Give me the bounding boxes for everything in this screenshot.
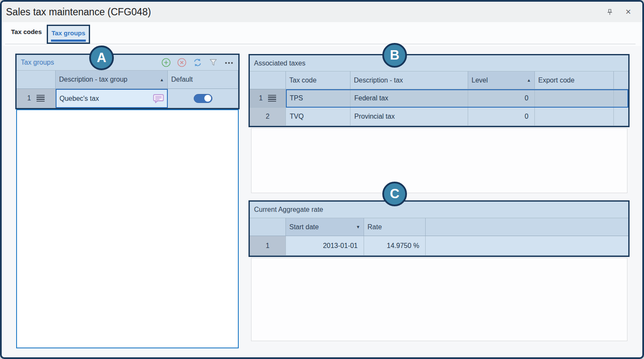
column-label: Tax code xyxy=(289,77,316,84)
close-icon[interactable]: × xyxy=(623,6,634,17)
export-code-cell[interactable] xyxy=(535,108,614,126)
column-header-filler xyxy=(426,218,628,236)
tax-groups-empty-grid-area xyxy=(16,109,239,348)
tab-tax-groups[interactable]: Tax groups xyxy=(48,29,89,37)
default-cell xyxy=(168,89,238,108)
tax-groups-row-1: 1 Quebec's tax xyxy=(17,89,238,108)
row-number-cell[interactable]: 2 xyxy=(250,108,286,126)
associated-taxes-empty-grid-area xyxy=(251,128,627,193)
column-header-tax-code[interactable]: Tax code xyxy=(286,71,350,89)
add-row-button[interactable] xyxy=(161,57,171,68)
tax-code-cell[interactable]: TVQ xyxy=(286,108,350,126)
associated-taxes-column-headers: Tax code Description - tax Level ▲ Expor… xyxy=(250,71,628,89)
x-circle-icon xyxy=(177,57,187,68)
associated-taxes-row-1: 1 TPS Federal tax 0 xyxy=(250,89,628,108)
column-header-rownum[interactable] xyxy=(250,218,286,236)
more-options-button[interactable] xyxy=(224,57,234,68)
delete-row-button[interactable] xyxy=(177,57,187,68)
active-tab-underline xyxy=(51,40,86,42)
column-header-rownum[interactable] xyxy=(17,70,56,89)
filter-button[interactable] xyxy=(208,57,218,68)
tab-strip: Tax codes Tax groups xyxy=(2,22,642,46)
tax-groups-toolbar xyxy=(161,57,234,68)
associated-taxes-header: Associated taxes xyxy=(250,55,628,71)
row-number: 2 xyxy=(266,113,270,120)
refresh-button[interactable] xyxy=(192,57,203,68)
column-label: Level xyxy=(472,77,488,84)
column-header-description-tax[interactable]: Description - tax xyxy=(350,71,468,89)
column-label: Rate xyxy=(367,223,382,231)
tax-groups-title: Tax groups xyxy=(21,59,54,66)
current-aggregate-rate-empty-grid-area xyxy=(251,258,627,341)
current-aggregate-rate-row-1: 1 2013-01-01 14.9750 % xyxy=(250,236,628,256)
drag-handle-icon[interactable] xyxy=(268,95,276,102)
rate-cell[interactable]: 14.9750 % xyxy=(364,236,426,256)
sort-asc-icon: ▲ xyxy=(527,78,531,83)
column-header-default[interactable]: Default xyxy=(168,70,238,89)
title-bar: Sales tax maintenance (CFG048) × xyxy=(2,2,642,22)
column-label: Default xyxy=(171,76,193,83)
comment-icon[interactable] xyxy=(153,94,164,103)
refresh-icon xyxy=(192,57,203,68)
default-toggle-on[interactable] xyxy=(194,94,212,103)
level-cell[interactable]: 0 xyxy=(468,108,535,126)
panel-tax-groups: Tax groups xyxy=(15,54,240,109)
description-tax-group-cell[interactable]: Quebec's tax xyxy=(56,89,168,108)
current-aggregate-rate-column-headers: Start date ▼ Rate xyxy=(250,218,628,236)
column-header-rate[interactable]: Rate xyxy=(364,218,426,236)
current-aggregate-rate-header: Current Aggregate rate xyxy=(250,202,628,218)
annotation-badge-c: C xyxy=(382,182,407,206)
row-number-cell[interactable]: 1 xyxy=(17,89,56,108)
row-number-cell[interactable]: 1 xyxy=(250,236,286,256)
column-label: Description - tax group xyxy=(59,76,127,83)
column-header-start-date[interactable]: Start date ▼ xyxy=(286,218,364,236)
tax-groups-column-headers: Description - tax group ▲ Default xyxy=(17,70,238,89)
tax-groups-header: Tax groups xyxy=(17,55,238,70)
row-number: 1 xyxy=(266,242,270,250)
sort-desc-icon: ▼ xyxy=(356,225,360,229)
description-tax-cell[interactable]: Federal tax xyxy=(350,89,468,108)
row-filler xyxy=(614,89,628,108)
export-code-cell[interactable] xyxy=(535,89,614,108)
drag-handle-icon[interactable] xyxy=(37,95,45,102)
level-cell[interactable]: 0 xyxy=(468,89,535,108)
start-date-cell[interactable]: 2013-01-01 xyxy=(286,236,364,256)
tax-code-cell[interactable]: TPS xyxy=(286,89,350,108)
description-value: Quebec's tax xyxy=(59,95,99,103)
sales-tax-maintenance-window: Sales tax maintenance (CFG048) × Tax cod… xyxy=(0,0,644,359)
window-title: Sales tax maintenance (CFG048) xyxy=(6,2,151,22)
annotation-badge-a: A xyxy=(89,46,114,70)
tab-tax-codes[interactable]: Tax codes xyxy=(11,28,42,35)
panel-associated-taxes: Associated taxes Tax code Description - … xyxy=(249,54,630,127)
filter-funnel-icon xyxy=(209,58,218,67)
row-number: 1 xyxy=(27,94,31,102)
sort-asc-icon: ▲ xyxy=(160,77,164,82)
toggle-knob xyxy=(204,95,211,102)
annotation-badge-b: B xyxy=(382,43,407,68)
tab-annotation-box: Tax groups xyxy=(47,25,90,44)
column-header-rownum[interactable] xyxy=(250,71,286,89)
column-header-description-tax-group[interactable]: Description - tax group ▲ xyxy=(56,70,168,89)
tabs-separator xyxy=(5,44,636,44)
panel-current-aggregate-rate: Current Aggregate rate Start date ▼ Rate… xyxy=(249,200,630,257)
row-number: 1 xyxy=(259,94,263,102)
row-number-cell[interactable]: 1 xyxy=(250,89,286,108)
plus-circle-icon xyxy=(161,57,171,68)
column-label: Description - tax xyxy=(354,77,403,84)
associated-taxes-row-2: 2 TVQ Provincial tax 0 xyxy=(250,108,628,126)
pin-icon-glyph xyxy=(606,9,613,16)
row-filler xyxy=(614,108,628,126)
column-header-export-code[interactable]: Export code xyxy=(535,71,614,89)
pin-icon[interactable] xyxy=(604,6,615,17)
column-label: Start date xyxy=(289,223,319,231)
row-filler xyxy=(426,236,628,256)
column-header-level[interactable]: Level ▲ xyxy=(468,71,535,89)
column-header-filler xyxy=(614,71,628,89)
column-label: Export code xyxy=(538,77,574,84)
ellipsis-icon xyxy=(224,57,234,68)
associated-taxes-title: Associated taxes xyxy=(254,60,305,67)
description-tax-cell[interactable]: Provincial tax xyxy=(350,108,468,126)
current-aggregate-rate-title: Current Aggregate rate xyxy=(254,206,323,214)
